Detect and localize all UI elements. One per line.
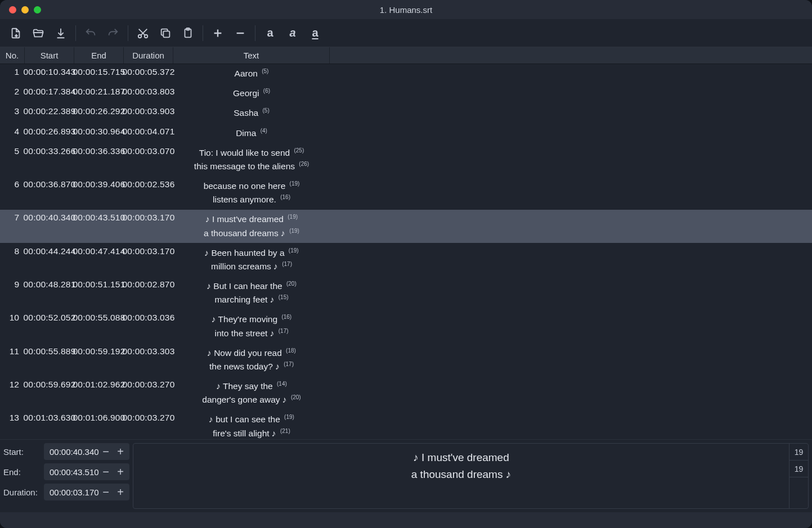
- toolbar-separator: [128, 25, 128, 41]
- table-header: No. Start End Duration Text: [0, 47, 812, 64]
- column-header-duration[interactable]: Duration: [124, 47, 173, 64]
- svg-point-0: [138, 34, 142, 38]
- statusbar: [0, 512, 812, 528]
- close-window-button[interactable]: [9, 6, 16, 13]
- minimize-window-button[interactable]: [21, 6, 29, 13]
- table-row[interactable]: 800:00:44.24400:00:47.41400:00:03.170♪ B…: [0, 243, 812, 277]
- editor-text-area[interactable]: ♪ I must've dreamed a thousand dreams ♪: [133, 444, 789, 508]
- remove-subtitle-button[interactable]: [230, 23, 250, 43]
- column-header-text[interactable]: Text: [173, 47, 330, 64]
- app-window: 1. Humans.srt: [0, 0, 812, 528]
- add-subtitle-button[interactable]: [208, 23, 228, 43]
- window-title: 1. Humans.srt: [0, 5, 812, 15]
- time-editor: Start: 00:00:40.340 − + End: 00:00:43.51…: [3, 443, 129, 509]
- column-header-no[interactable]: No.: [0, 47, 25, 64]
- table-row[interactable]: 1200:00:59.69200:01:02.96200:00:03.270♪ …: [0, 377, 812, 410]
- cut-button[interactable]: [133, 23, 153, 43]
- toolbar-separator: [203, 25, 203, 41]
- char-count-2: 19: [789, 461, 808, 477]
- char-count-column: 19 19: [789, 444, 808, 508]
- char-count-1: 19: [789, 444, 808, 461]
- table-row[interactable]: 1100:00:55.88900:00:59.19200:00:03.303♪ …: [0, 344, 812, 377]
- new-file-button[interactable]: [6, 23, 26, 43]
- subtitle-table[interactable]: 100:00:10.34300:00:15.71500:00:05.372Aar…: [0, 64, 812, 439]
- redo-button[interactable]: [103, 23, 123, 43]
- table-row[interactable]: 100:00:10.34300:00:15.71500:00:05.372Aar…: [0, 64, 812, 84]
- undo-button[interactable]: [80, 23, 101, 43]
- end-label: End:: [3, 467, 41, 477]
- table-row[interactable]: 400:00:26.89300:00:30.96400:00:04.071Dim…: [0, 124, 812, 143]
- table-row[interactable]: 600:00:36.87000:00:39.40600:00:02.536bec…: [0, 177, 812, 210]
- window-controls: [9, 6, 41, 13]
- toolbar: a a a: [0, 19, 812, 47]
- underline-button[interactable]: a: [305, 23, 325, 43]
- column-header-end[interactable]: End: [74, 47, 124, 64]
- table-row[interactable]: 200:00:17.38400:00:21.18700:00:03.803Geo…: [0, 84, 812, 103]
- editor-panel: Start: 00:00:40.340 − + End: 00:00:43.51…: [0, 439, 812, 512]
- toolbar-separator: [255, 25, 255, 41]
- column-header-rest: [330, 47, 812, 64]
- start-label: Start:: [3, 447, 41, 457]
- table-row[interactable]: 1000:00:52.05200:00:55.08800:00:03.036♪ …: [0, 310, 812, 343]
- duration-time-input[interactable]: 00:00:03.170 − +: [44, 484, 129, 500]
- start-time-input[interactable]: 00:00:40.340 − +: [44, 443, 129, 460]
- start-decrement-button[interactable]: −: [99, 445, 113, 458]
- end-time-input[interactable]: 00:00:43.510 − +: [44, 463, 129, 480]
- svg-point-1: [145, 34, 148, 38]
- table-row[interactable]: 500:00:33.26600:00:36.33600:00:03.070Tio…: [0, 143, 812, 177]
- table-row[interactable]: 300:00:22.38900:00:26.29200:00:03.903Sas…: [0, 103, 812, 123]
- column-header-start[interactable]: Start: [25, 47, 74, 64]
- table-row[interactable]: 1300:01:03.63000:01:06.90000:00:03.270♪ …: [0, 410, 812, 439]
- duration-label: Duration:: [3, 488, 41, 497]
- toolbar-separator: [75, 25, 76, 41]
- table-row[interactable]: 700:00:40.34000:00:43.51000:00:03.170♪ I…: [0, 210, 812, 243]
- paste-button[interactable]: [178, 23, 198, 43]
- start-increment-button[interactable]: +: [114, 445, 127, 458]
- copy-button[interactable]: [155, 23, 176, 43]
- svg-rect-2: [163, 31, 169, 37]
- duration-increment-button[interactable]: +: [114, 485, 127, 499]
- end-decrement-button[interactable]: −: [99, 465, 113, 479]
- titlebar: 1. Humans.srt: [0, 0, 812, 19]
- subtitle-text-editor[interactable]: ♪ I must've dreamed a thousand dreams ♪ …: [133, 443, 809, 509]
- save-file-button[interactable]: [51, 23, 71, 43]
- end-increment-button[interactable]: +: [114, 465, 127, 479]
- open-file-button[interactable]: [28, 23, 48, 43]
- duration-decrement-button[interactable]: −: [99, 485, 113, 499]
- italic-button[interactable]: a: [282, 23, 303, 43]
- maximize-window-button[interactable]: [34, 6, 41, 13]
- table-row[interactable]: 900:00:48.28100:00:51.15100:00:02.870♪ B…: [0, 277, 812, 310]
- bold-button[interactable]: a: [260, 23, 280, 43]
